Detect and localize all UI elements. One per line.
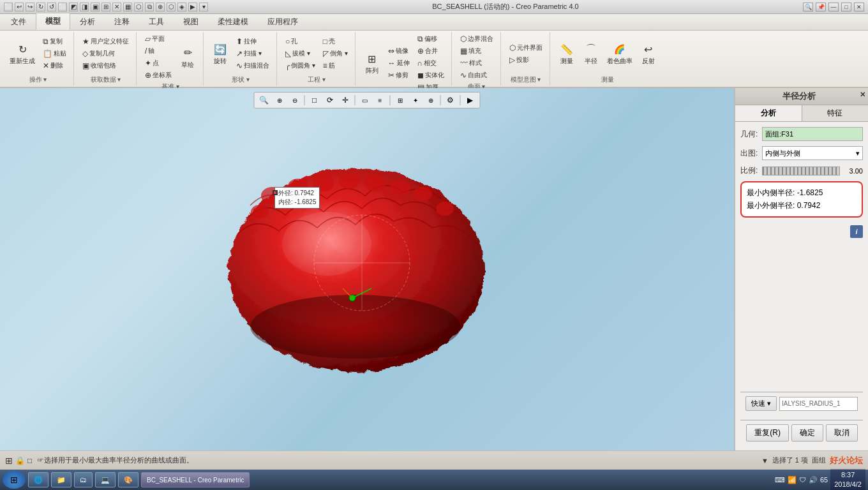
btn-point[interactable]: ✦ 点: [142, 57, 162, 69]
scale-slider[interactable]: [762, 167, 840, 175]
group-shapes-label[interactable]: 形状 ▾: [232, 75, 250, 84]
quick-access-14[interactable]: ⊕: [156, 3, 165, 11]
vp-fit[interactable]: □: [308, 94, 322, 107]
btn-fill[interactable]: ▦ 填充: [457, 45, 497, 57]
btn-shaded-curvature[interactable]: 🌈 着色曲率: [604, 40, 636, 68]
btn-chamfer[interactable]: ◸ 倒角 ▾: [320, 48, 351, 59]
vp-view1[interactable]: ▭: [358, 94, 372, 107]
btn-solidify[interactable]: ◼ 实体化: [414, 70, 447, 81]
btn-style[interactable]: 〰 样式: [457, 57, 497, 69]
vp-pan[interactable]: ✛: [338, 94, 352, 107]
vp-more[interactable]: ▶: [463, 94, 477, 107]
btn-shrinkwrap[interactable]: ▣ 收缩包络: [79, 60, 132, 71]
cancel-button[interactable]: 取消: [826, 424, 858, 442]
viewport[interactable]: 🔍 ⊕ ⊖ □ ⟳ ✛ ▭ ≡ ⊞ ✦ ⊕ ⚙ ▶: [0, 88, 734, 450]
btn-freestyle[interactable]: ∿ 自由式: [457, 70, 497, 81]
group-operations-label[interactable]: 操作 ▾: [29, 75, 47, 84]
quick-access-11[interactable]: ▦: [123, 3, 132, 11]
btn-copy[interactable]: ⧉ 复制: [40, 36, 70, 47]
vp-zoom-out[interactable]: ⊖: [288, 94, 302, 107]
btn-swept-blend[interactable]: ∿ 扫描混合: [233, 60, 273, 71]
btn-delete[interactable]: ✕ 删除: [40, 60, 70, 71]
quick-access-2[interactable]: ↪: [26, 3, 34, 11]
analysis-type-dropdown[interactable]: 快速 ▾: [745, 396, 777, 411]
btn-revolve[interactable]: 🔄 旋转: [209, 40, 232, 68]
vp-rotate[interactable]: ⟳: [323, 94, 337, 107]
maximize-button[interactable]: □: [841, 3, 851, 11]
quick-access-16[interactable]: ◈: [177, 3, 186, 11]
quick-access-4[interactable]: ↺: [47, 3, 56, 11]
btn-boundary-blend[interactable]: ⬡ 边界混合: [457, 33, 497, 45]
output-select[interactable]: 内侧与外侧 ▾: [762, 146, 863, 160]
taskbar-app-screen[interactable]: 💻: [95, 472, 116, 487]
taskbar-app-ie[interactable]: 🌐: [28, 472, 49, 487]
btn-round[interactable]: ╭ 倒圆角 ▾: [282, 60, 318, 71]
geometry-input[interactable]: 面组:F31: [762, 127, 863, 141]
panel-tab-analysis[interactable]: 分析: [735, 105, 802, 121]
quick-access-13[interactable]: ⧉: [145, 3, 154, 11]
tab-annotation[interactable]: 注释: [105, 13, 139, 30]
btn-extrude[interactable]: ⬆ 拉伸: [233, 36, 273, 47]
tab-apps[interactable]: 应用程序: [258, 13, 308, 30]
info-button[interactable]: i: [850, 225, 863, 238]
close-button[interactable]: ✕: [854, 3, 864, 11]
vp-axes[interactable]: ✦: [408, 94, 423, 107]
btn-paste[interactable]: 📋 粘贴: [40, 48, 70, 59]
vp-settings[interactable]: ⚙: [444, 94, 458, 107]
quick-access-7[interactable]: ◨: [80, 3, 89, 11]
repeat-button[interactable]: 重复(R): [746, 424, 789, 442]
quick-access-5[interactable]: ⬜: [58, 3, 67, 11]
btn-pattern[interactable]: ⊞ 阵列: [361, 49, 384, 77]
tab-view[interactable]: 视图: [174, 13, 208, 30]
panel-tab-feature[interactable]: 特征: [802, 105, 869, 121]
vp-datum[interactable]: ⊞: [393, 94, 407, 107]
vp-view2[interactable]: ≡: [373, 94, 387, 107]
tab-file[interactable]: 文件: [1, 13, 36, 30]
btn-copy-geom[interactable]: ◇ 复制几何: [79, 48, 132, 59]
vp-zoom-in2[interactable]: ⊕: [273, 94, 287, 107]
group-get-data-label[interactable]: 获取数据 ▾: [91, 75, 121, 84]
btn-rib[interactable]: ≡ 筋: [320, 60, 351, 71]
btn-merge[interactable]: ⊕ 合并: [414, 45, 447, 57]
btn-shell[interactable]: □ 壳: [320, 36, 351, 47]
group-engineering-label[interactable]: 工程 ▾: [308, 75, 326, 84]
quick-access-8[interactable]: ▣: [91, 3, 100, 11]
btn-draft[interactable]: ◺ 拔模 ▾: [282, 48, 318, 59]
tab-tools[interactable]: 工具: [139, 13, 174, 30]
quick-access-3[interactable]: ↻: [36, 3, 45, 11]
group-model-display-label[interactable]: 模型意图 ▾: [511, 75, 541, 84]
quick-access-6[interactable]: ◩: [69, 3, 78, 11]
quick-access-dropdown[interactable]: ▾: [199, 3, 208, 11]
btn-mirror[interactable]: ⇔ 镜像: [385, 45, 413, 57]
taskbar-app-folder[interactable]: 📁: [51, 472, 71, 487]
btn-reflect[interactable]: ↩ 反射: [637, 40, 660, 68]
quick-access-1[interactable]: ↩: [15, 3, 24, 11]
quick-access-9[interactable]: ⊞: [101, 3, 110, 11]
btn-hole[interactable]: ○ 孔: [282, 36, 318, 47]
vp-zoom-in[interactable]: 🔍: [257, 94, 271, 107]
minimize-button[interactable]: —: [828, 3, 839, 11]
btn-measure[interactable]: 📏 测量: [555, 40, 578, 68]
btn-sweep[interactable]: ↗ 扫描 ▾: [233, 48, 273, 59]
tray-volume[interactable]: 🔊: [809, 476, 818, 484]
btn-trim[interactable]: ✂ 修剪: [385, 70, 413, 81]
btn-user-feature[interactable]: ★ 用户定义特征: [79, 36, 132, 47]
group-measurement-label[interactable]: 测量: [601, 75, 614, 84]
taskbar-app-files[interactable]: 🗂: [74, 472, 93, 487]
btn-project[interactable]: ▷ 投影: [506, 54, 546, 66]
search-button[interactable]: 🔍: [803, 3, 813, 11]
btn-radius[interactable]: ⌒ 半径: [580, 40, 602, 68]
btn-sketch[interactable]: ✏ 草绘: [176, 43, 199, 71]
sys-icon[interactable]: ⬜: [4, 3, 13, 11]
tab-flexible[interactable]: 柔性建模: [208, 13, 258, 30]
quick-access-12[interactable]: ⬡: [134, 3, 143, 11]
btn-offset[interactable]: ⧉ 偏移: [414, 33, 447, 45]
vp-csys[interactable]: ⊕: [424, 94, 438, 107]
btn-axis[interactable]: / 轴: [142, 45, 158, 57]
btn-regenerate[interactable]: ↻ 重新生成: [6, 40, 38, 68]
quick-access-10[interactable]: ✕: [112, 3, 121, 11]
tab-analysis[interactable]: 分析: [70, 13, 105, 30]
btn-csys[interactable]: ⊕ 坐标系: [142, 70, 175, 81]
panel-close-button[interactable]: ✕: [860, 91, 865, 99]
ok-button[interactable]: 确定: [791, 424, 823, 442]
